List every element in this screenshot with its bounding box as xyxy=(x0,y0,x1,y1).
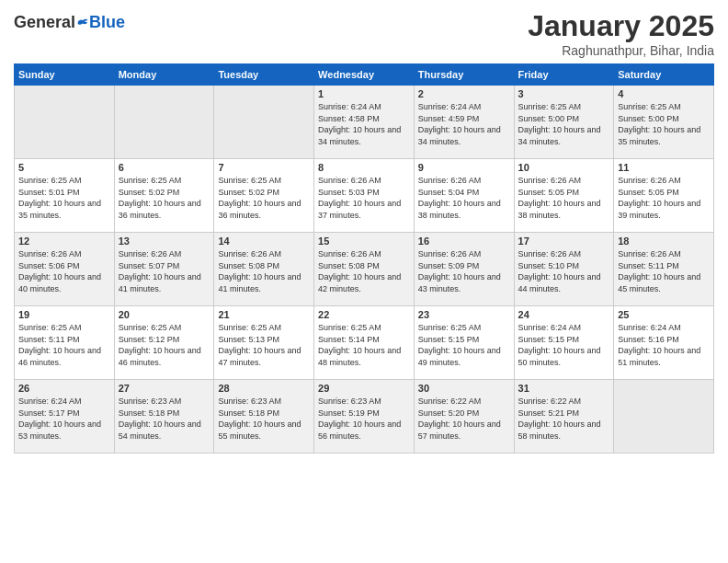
calendar-day-cell: 23Sunrise: 6:25 AM Sunset: 5:15 PM Dayli… xyxy=(414,306,514,380)
calendar-week-row: 12Sunrise: 6:26 AM Sunset: 5:06 PM Dayli… xyxy=(15,233,714,306)
day-info: Sunrise: 6:26 AM Sunset: 5:04 PM Dayligh… xyxy=(418,175,510,221)
day-info: Sunrise: 6:22 AM Sunset: 5:21 PM Dayligh… xyxy=(518,396,610,442)
header: General Blue January 2025 Raghunathpur, … xyxy=(14,9,714,58)
calendar-day-cell: 9Sunrise: 6:26 AM Sunset: 5:04 PM Daylig… xyxy=(414,159,514,233)
day-info: Sunrise: 6:23 AM Sunset: 5:19 PM Dayligh… xyxy=(318,396,410,442)
day-info: Sunrise: 6:26 AM Sunset: 5:08 PM Dayligh… xyxy=(318,248,410,294)
logo-bird-icon xyxy=(76,16,89,29)
day-number: 5 xyxy=(18,162,110,173)
day-info: Sunrise: 6:23 AM Sunset: 5:18 PM Dayligh… xyxy=(119,396,210,442)
calendar-week-row: 26Sunrise: 6:24 AM Sunset: 5:17 PM Dayli… xyxy=(15,380,714,454)
calendar-day-cell: 29Sunrise: 6:23 AM Sunset: 5:19 PM Dayli… xyxy=(314,380,415,454)
day-info: Sunrise: 6:26 AM Sunset: 5:09 PM Dayligh… xyxy=(418,248,510,294)
day-info: Sunrise: 6:25 AM Sunset: 5:14 PM Dayligh… xyxy=(318,322,410,368)
day-info: Sunrise: 6:25 AM Sunset: 5:02 PM Dayligh… xyxy=(119,175,210,221)
day-info: Sunrise: 6:26 AM Sunset: 5:08 PM Dayligh… xyxy=(218,248,310,294)
weekday-header: Saturday xyxy=(614,64,714,86)
day-info: Sunrise: 6:25 AM Sunset: 5:00 PM Dayligh… xyxy=(618,101,710,147)
day-info: Sunrise: 6:26 AM Sunset: 5:03 PM Dayligh… xyxy=(318,175,410,221)
day-info: Sunrise: 6:24 AM Sunset: 4:59 PM Dayligh… xyxy=(418,101,510,147)
day-info: Sunrise: 6:26 AM Sunset: 5:06 PM Dayligh… xyxy=(18,248,110,294)
calendar-day-cell: 11Sunrise: 6:26 AM Sunset: 5:05 PM Dayli… xyxy=(614,159,714,233)
calendar-day-cell: 14Sunrise: 6:26 AM Sunset: 5:08 PM Dayli… xyxy=(214,233,314,306)
calendar-day-cell: 22Sunrise: 6:25 AM Sunset: 5:14 PM Dayli… xyxy=(314,306,415,380)
day-number: 25 xyxy=(618,309,710,320)
calendar-day-cell: 16Sunrise: 6:26 AM Sunset: 5:09 PM Dayli… xyxy=(414,233,514,306)
calendar-day-cell: 19Sunrise: 6:25 AM Sunset: 5:11 PM Dayli… xyxy=(15,306,115,380)
calendar-week-row: 1Sunrise: 6:24 AM Sunset: 4:58 PM Daylig… xyxy=(15,86,714,159)
day-number: 7 xyxy=(218,162,310,173)
day-number: 13 xyxy=(119,236,210,247)
calendar-day-cell: 4Sunrise: 6:25 AM Sunset: 5:00 PM Daylig… xyxy=(614,86,714,159)
calendar-day-cell xyxy=(15,86,115,159)
day-info: Sunrise: 6:25 AM Sunset: 5:12 PM Dayligh… xyxy=(119,322,210,368)
calendar-day-cell: 17Sunrise: 6:26 AM Sunset: 5:10 PM Dayli… xyxy=(514,233,614,306)
day-number: 24 xyxy=(518,309,610,320)
day-info: Sunrise: 6:26 AM Sunset: 5:07 PM Dayligh… xyxy=(119,248,210,294)
day-number: 18 xyxy=(618,236,710,247)
day-number: 30 xyxy=(418,383,510,394)
weekday-header-row: SundayMondayTuesdayWednesdayThursdayFrid… xyxy=(15,64,714,86)
day-number: 11 xyxy=(618,162,710,173)
day-number: 28 xyxy=(218,383,310,394)
calendar-day-cell xyxy=(214,86,314,159)
calendar-day-cell: 2Sunrise: 6:24 AM Sunset: 4:59 PM Daylig… xyxy=(414,86,514,159)
day-info: Sunrise: 6:24 AM Sunset: 4:58 PM Dayligh… xyxy=(318,101,410,147)
day-number: 27 xyxy=(119,383,210,394)
calendar-day-cell: 12Sunrise: 6:26 AM Sunset: 5:06 PM Dayli… xyxy=(15,233,115,306)
day-number: 20 xyxy=(119,309,210,320)
calendar-day-cell: 1Sunrise: 6:24 AM Sunset: 4:58 PM Daylig… xyxy=(314,86,415,159)
weekday-header: Wednesday xyxy=(314,64,415,86)
calendar-day-cell: 10Sunrise: 6:26 AM Sunset: 5:05 PM Dayli… xyxy=(514,159,614,233)
page-container: General Blue January 2025 Raghunathpur, … xyxy=(0,0,728,463)
calendar-day-cell: 18Sunrise: 6:26 AM Sunset: 5:11 PM Dayli… xyxy=(614,233,714,306)
day-number: 10 xyxy=(518,162,610,173)
day-number: 31 xyxy=(518,383,610,394)
calendar-day-cell: 24Sunrise: 6:24 AM Sunset: 5:15 PM Dayli… xyxy=(514,306,614,380)
day-number: 12 xyxy=(18,236,110,247)
logo: General Blue xyxy=(14,9,125,32)
weekday-header: Sunday xyxy=(15,64,115,86)
calendar-table: SundayMondayTuesdayWednesdayThursdayFrid… xyxy=(14,63,714,454)
day-number: 1 xyxy=(318,88,410,99)
day-info: Sunrise: 6:24 AM Sunset: 5:16 PM Dayligh… xyxy=(618,322,710,368)
day-number: 26 xyxy=(18,383,110,394)
day-info: Sunrise: 6:26 AM Sunset: 5:10 PM Dayligh… xyxy=(518,248,610,294)
day-info: Sunrise: 6:25 AM Sunset: 5:01 PM Dayligh… xyxy=(18,175,110,221)
day-number: 8 xyxy=(318,162,410,173)
day-number: 19 xyxy=(18,309,110,320)
day-info: Sunrise: 6:25 AM Sunset: 5:02 PM Dayligh… xyxy=(218,175,310,221)
title-block: January 2025 Raghunathpur, Bihar, India xyxy=(528,9,714,58)
calendar-day-cell: 6Sunrise: 6:25 AM Sunset: 5:02 PM Daylig… xyxy=(114,159,214,233)
day-number: 17 xyxy=(518,236,610,247)
weekday-header: Tuesday xyxy=(214,64,314,86)
location: Raghunathpur, Bihar, India xyxy=(528,43,714,58)
calendar-day-cell: 13Sunrise: 6:26 AM Sunset: 5:07 PM Dayli… xyxy=(114,233,214,306)
day-info: Sunrise: 6:24 AM Sunset: 5:15 PM Dayligh… xyxy=(518,322,610,368)
day-info: Sunrise: 6:26 AM Sunset: 5:05 PM Dayligh… xyxy=(618,175,710,221)
calendar-week-row: 5Sunrise: 6:25 AM Sunset: 5:01 PM Daylig… xyxy=(15,159,714,233)
day-info: Sunrise: 6:24 AM Sunset: 5:17 PM Dayligh… xyxy=(18,396,110,442)
calendar-day-cell: 31Sunrise: 6:22 AM Sunset: 5:21 PM Dayli… xyxy=(514,380,614,454)
calendar-day-cell: 3Sunrise: 6:25 AM Sunset: 5:00 PM Daylig… xyxy=(514,86,614,159)
calendar-day-cell: 5Sunrise: 6:25 AM Sunset: 5:01 PM Daylig… xyxy=(15,159,115,233)
calendar-day-cell xyxy=(614,380,714,454)
calendar-day-cell: 15Sunrise: 6:26 AM Sunset: 5:08 PM Dayli… xyxy=(314,233,415,306)
weekday-header: Monday xyxy=(114,64,214,86)
calendar-day-cell: 21Sunrise: 6:25 AM Sunset: 5:13 PM Dayli… xyxy=(214,306,314,380)
day-number: 6 xyxy=(119,162,210,173)
day-info: Sunrise: 6:25 AM Sunset: 5:15 PM Dayligh… xyxy=(418,322,510,368)
day-number: 29 xyxy=(318,383,410,394)
calendar-day-cell: 25Sunrise: 6:24 AM Sunset: 5:16 PM Dayli… xyxy=(614,306,714,380)
day-number: 23 xyxy=(418,309,510,320)
weekday-header: Thursday xyxy=(414,64,514,86)
day-number: 4 xyxy=(618,88,710,99)
logo-general-text: General xyxy=(14,13,75,32)
calendar-day-cell: 30Sunrise: 6:22 AM Sunset: 5:20 PM Dayli… xyxy=(414,380,514,454)
day-number: 3 xyxy=(518,88,610,99)
day-info: Sunrise: 6:25 AM Sunset: 5:13 PM Dayligh… xyxy=(218,322,310,368)
weekday-header: Friday xyxy=(514,64,614,86)
day-number: 21 xyxy=(218,309,310,320)
calendar-day-cell: 7Sunrise: 6:25 AM Sunset: 5:02 PM Daylig… xyxy=(214,159,314,233)
calendar-day-cell: 20Sunrise: 6:25 AM Sunset: 5:12 PM Dayli… xyxy=(114,306,214,380)
